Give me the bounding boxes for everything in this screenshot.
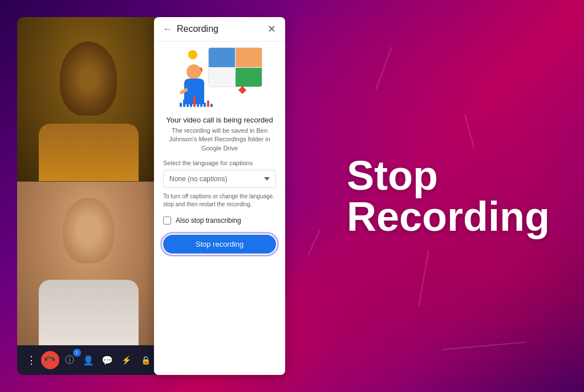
video-panel: ⋮ 📞 ⓘ 👤 💬 ⚡ 🔒	[17, 17, 160, 375]
stop-transcribing-label[interactable]: Also stop transcribing	[176, 217, 241, 224]
video-top-participant	[17, 17, 160, 181]
red-diamond-decor	[238, 86, 246, 94]
menu-button[interactable]: ⋮	[22, 351, 40, 369]
wave-bar-5	[193, 96, 196, 107]
recording-panel: ← Recording ✕	[154, 17, 285, 375]
right-heading: Stop Recording	[347, 155, 550, 237]
video-bottom-participant	[17, 181, 160, 346]
wave-bar-6	[197, 101, 199, 107]
mini-cell-1	[209, 48, 235, 67]
participant-woman	[17, 182, 160, 346]
caption-section-label: Select the language for captions	[163, 160, 276, 166]
wave-bar-10	[210, 104, 213, 107]
mini-cell-3	[209, 68, 235, 87]
recording-illustration	[177, 47, 262, 110]
caption-note: To turn off captions or change the langu…	[163, 193, 276, 209]
panel-header-left: ← Recording	[163, 24, 218, 34]
wave-bar-1	[180, 103, 182, 107]
lock-button[interactable]: 🔒	[136, 351, 155, 369]
stop-recording-button[interactable]: Stop recording	[163, 235, 276, 254]
people-button[interactable]: 👤	[79, 351, 98, 369]
mini-cell-4	[236, 68, 262, 87]
back-button[interactable]: ←	[163, 24, 172, 34]
mini-cell-2	[236, 48, 262, 67]
wave-bar-3	[186, 97, 189, 107]
wave-bar-8	[204, 103, 206, 107]
heading-line1: Stop	[347, 155, 550, 196]
illustration-area	[154, 42, 285, 116]
participant-man	[17, 17, 160, 181]
video-toolbar: ⋮ 📞 ⓘ 👤 💬 ⚡ 🔒	[17, 345, 160, 375]
yellow-circle-decor	[188, 50, 197, 59]
wave-bar-2	[183, 99, 185, 107]
figure-head	[186, 64, 201, 79]
end-call-button[interactable]: 📞	[37, 347, 63, 373]
heading-line2: Recording	[347, 196, 550, 237]
status-subtitle: The recording will be saved in Ben Johns…	[163, 126, 276, 153]
wave-bar-7	[200, 98, 202, 107]
panel-content: Your video call is being recorded The re…	[154, 116, 285, 375]
mini-video-grid	[208, 47, 262, 87]
status-title: Your video call is being recorded	[163, 116, 276, 124]
info-button[interactable]: ⓘ	[60, 351, 79, 369]
caption-language-dropdown[interactable]: None (no captions)	[163, 170, 276, 188]
stop-transcribing-checkbox[interactable]	[163, 217, 171, 224]
close-button[interactable]: ✕	[267, 24, 276, 34]
panel-title: Recording	[177, 24, 218, 34]
wave-bar-9	[207, 100, 209, 107]
chat-button[interactable]: 💬	[98, 351, 116, 369]
stop-transcribing-row: Also stop transcribing	[163, 217, 276, 224]
panel-header: ← Recording ✕	[154, 17, 285, 42]
activities-button[interactable]: ⚡	[117, 351, 136, 369]
wave-bar-4	[190, 100, 192, 107]
sound-waves	[180, 96, 213, 107]
recording-status: Your video call is being recorded The re…	[163, 116, 276, 153]
